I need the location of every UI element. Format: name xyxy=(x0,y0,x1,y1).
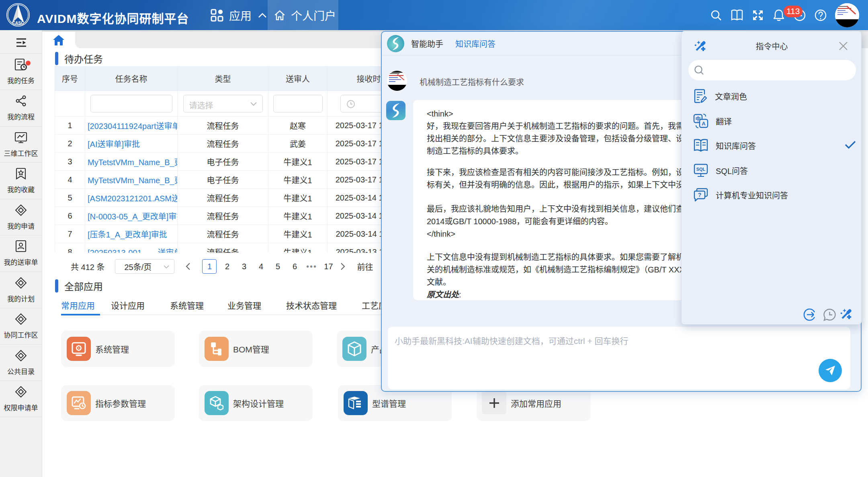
svg-text:A: A xyxy=(702,121,706,127)
svg-text:CASC: CASC xyxy=(12,21,24,25)
svg-text:?: ? xyxy=(698,192,702,198)
svg-text:SQL: SQL xyxy=(696,167,706,172)
